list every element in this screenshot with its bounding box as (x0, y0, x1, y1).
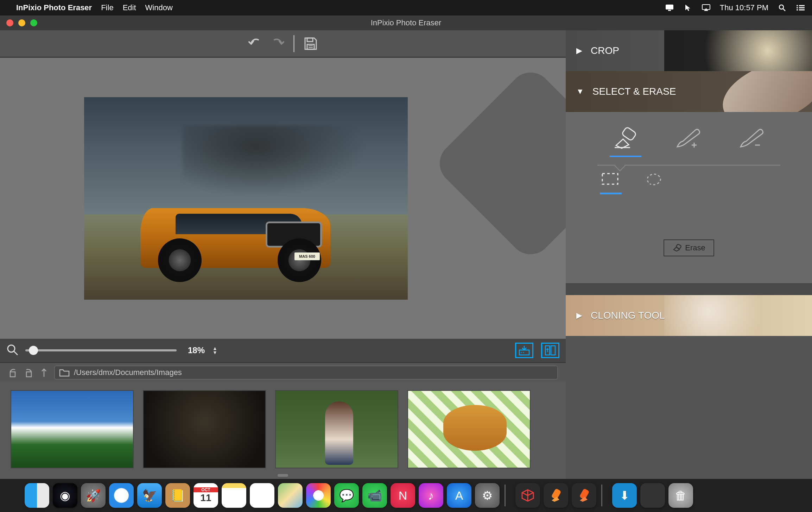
svg-point-7 (797, 7, 798, 8)
canvas-image[interactable]: MAS 600 (84, 97, 408, 300)
side-panels: ▶ CROP ▼ SELECT & ERASE (566, 30, 812, 479)
close-window-button[interactable] (6, 19, 13, 26)
dock-photos-icon[interactable] (306, 483, 331, 508)
dock-finder-icon[interactable] (25, 483, 49, 508)
svg-point-18 (521, 352, 522, 353)
traffic-lights (6, 19, 37, 26)
thumbnail-strip (0, 382, 566, 472)
erase-btn-icon (672, 244, 681, 252)
dock-reminders-icon[interactable]: ☰ (250, 483, 274, 508)
dock-contacts-icon[interactable]: 📒 (165, 483, 190, 508)
up-arrow-icon[interactable] (39, 367, 49, 378)
svg-rect-24 (602, 174, 618, 184)
rect-select-tool[interactable] (601, 173, 620, 187)
panel-erase-body: Erase (566, 112, 812, 283)
thumbnail-item[interactable] (143, 390, 266, 468)
svg-point-9 (797, 9, 798, 11)
svg-point-19 (523, 352, 524, 353)
brush-add-tool-button[interactable] (673, 126, 705, 151)
thumbnail-item[interactable] (11, 390, 134, 468)
menubar-right: Thu 10:57 PM (665, 3, 805, 12)
dock-siri-icon[interactable]: ◉ (53, 483, 77, 508)
dock-separator (505, 485, 506, 506)
thumbnail-item[interactable] (275, 390, 398, 468)
display-icon[interactable] (665, 4, 674, 12)
svg-rect-10 (799, 10, 805, 11)
dock-app-eraser2-icon[interactable] (572, 483, 596, 508)
caret-down-icon: ▼ (576, 87, 584, 96)
zoom-bar: 18% ▲▼ (0, 339, 566, 362)
menu-window[interactable]: Window (145, 3, 173, 12)
path-input[interactable]: /Users/dmx/Documents/Images (54, 366, 558, 380)
dock-appstore-icon[interactable]: A (447, 483, 471, 508)
menu-file[interactable]: File (101, 3, 113, 12)
dock-app-cube-icon[interactable] (515, 483, 540, 508)
dock-notes-icon[interactable] (222, 483, 246, 508)
dock-facetime-icon[interactable]: 📹 (362, 483, 387, 508)
zoom-value: 18% (188, 345, 205, 355)
airplay-icon[interactable] (702, 4, 711, 12)
lasso-select-tool[interactable] (645, 173, 664, 187)
brush-remove-tool-button[interactable] (736, 126, 768, 151)
svg-rect-21 (551, 346, 555, 355)
dock-maps-icon[interactable] (278, 483, 303, 508)
caret-right-icon: ▶ (576, 46, 582, 55)
menubar-time[interactable]: Thu 10:57 PM (720, 3, 768, 12)
panel-crop-label: CROP (591, 45, 619, 56)
canvas-area[interactable]: MAS 600 (0, 58, 566, 339)
panel-erase-label: SELECT & ERASE (592, 86, 676, 97)
macos-menubar: InPixio Photo Eraser File Edit Window Th… (0, 0, 812, 15)
dock-itunes-icon[interactable]: ♪ (419, 483, 443, 508)
dock-calendar-icon[interactable]: OCT11 (194, 483, 218, 508)
erase-action-button[interactable]: Erase (664, 239, 714, 256)
svg-rect-11 (307, 38, 313, 42)
dock-app-eraser-icon[interactable] (544, 483, 568, 508)
dock-news-icon[interactable]: N (391, 483, 415, 508)
minimize-window-button[interactable] (18, 19, 25, 26)
pointer-icon[interactable] (683, 4, 692, 12)
window-title: InPixio Photo Eraser (371, 18, 442, 27)
dock-separator (601, 485, 602, 506)
panel-crop-header[interactable]: ▶ CROP (566, 30, 812, 71)
dock-sysprefs-icon[interactable]: ⚙ (475, 483, 500, 508)
file-browser-bar: /Users/dmx/Documents/Images (0, 362, 566, 382)
panel-clone-header[interactable]: ▶ CLONING TOOL (566, 295, 812, 336)
menu-list-icon[interactable] (796, 4, 805, 12)
import-button[interactable] (515, 343, 533, 358)
window-titlebar: InPixio Photo Eraser (0, 15, 812, 30)
svg-rect-8 (799, 7, 805, 8)
undo-button[interactable] (247, 35, 264, 52)
svg-line-16 (14, 351, 18, 355)
app-name[interactable]: InPixio Photo Eraser (16, 3, 92, 12)
zoom-window-button[interactable] (30, 19, 37, 26)
zoom-magnifier-icon[interactable] (6, 344, 20, 357)
macos-dock: ◉ 🚀 🦅 📒 OCT11 ☰ 💬 📹 N ♪ A ⚙ ⬇ 🗑 (0, 479, 812, 512)
dock-downloads-icon[interactable]: ⬇ (612, 483, 637, 508)
save-button[interactable] (302, 35, 319, 52)
menu-edit[interactable]: Edit (123, 3, 136, 12)
dock-messages-icon[interactable]: 💬 (334, 483, 359, 508)
dock-recents-icon[interactable] (640, 483, 665, 508)
erase-btn-label: Erase (685, 243, 705, 252)
eraser-tool-button[interactable] (610, 126, 641, 151)
dock-mail-icon[interactable]: 🦅 (137, 483, 162, 508)
dock-safari-icon[interactable] (109, 483, 134, 508)
spotlight-search-icon[interactable] (778, 4, 787, 12)
svg-rect-0 (666, 5, 673, 10)
compare-button[interactable] (541, 343, 559, 358)
caret-right-icon: ▶ (576, 311, 582, 320)
dock-launchpad-icon[interactable]: 🚀 (81, 483, 106, 508)
zoom-slider-thumb[interactable] (29, 346, 38, 355)
dock-trash-icon[interactable]: 🗑 (668, 483, 693, 508)
rotate-right-icon[interactable] (23, 367, 34, 378)
redo-button[interactable] (269, 35, 286, 52)
panel-erase-header[interactable]: ▼ SELECT & ERASE (566, 71, 812, 112)
zoom-slider[interactable] (25, 349, 177, 351)
rotate-left-icon[interactable] (8, 367, 18, 378)
svg-point-5 (797, 5, 798, 6)
zoom-stepper[interactable]: ▲▼ (212, 346, 217, 355)
panel-clone-label: CLONING TOOL (591, 310, 665, 321)
svg-rect-12 (307, 44, 314, 49)
thumbnail-scrollbar[interactable] (0, 472, 566, 479)
thumbnail-item[interactable] (407, 390, 531, 468)
